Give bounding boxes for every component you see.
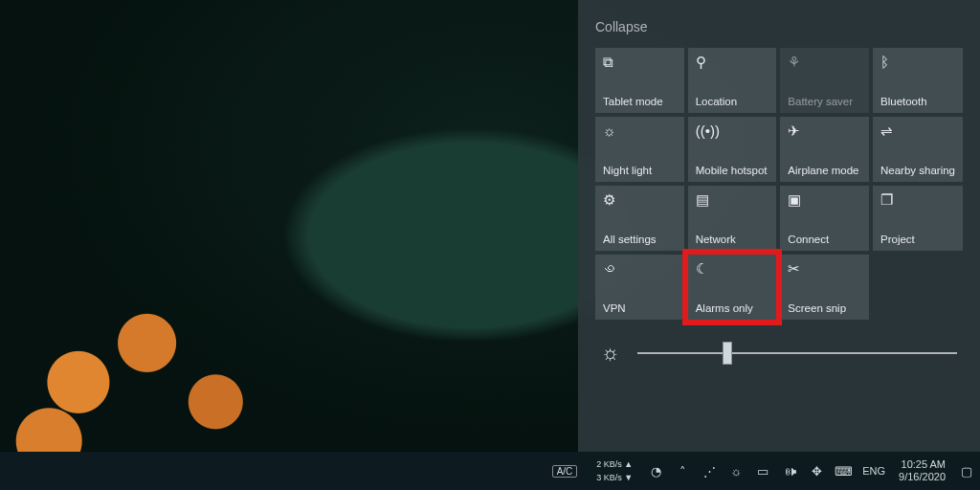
night-light-icon: ☼ — [603, 122, 677, 140]
action-center-icon[interactable]: ▢ — [959, 463, 974, 479]
taskbar: A/C 2 KB/s ▲ 3 KB/s ▼ ◔ ˄ ⋰ ☼ ▭ 🕪 ✥ ⌨ EN… — [0, 452, 980, 490]
tile-label: Bluetooth — [880, 96, 955, 107]
tile-battery-saver: ⚘Battery saver — [780, 48, 869, 113]
tile-network[interactable]: ▤Network — [688, 186, 777, 251]
tile-label: Tablet mode — [603, 96, 677, 107]
tile-bluetooth[interactable]: ᛒBluetooth — [873, 48, 963, 113]
audio-icon[interactable]: 🕪 — [782, 463, 797, 479]
battery-saver-icon: ⚘ — [788, 54, 861, 71]
screen-snip-icon: ✂ — [788, 260, 861, 278]
power-icon[interactable]: ▭ — [755, 463, 770, 479]
bluetooth-icon: ᛒ — [880, 54, 955, 71]
tile-vpn[interactable]: ꩜VPN — [595, 255, 684, 320]
settings-icon: ⚙ — [603, 191, 677, 209]
brightness-icon: ☼ — [601, 341, 620, 366]
brightness-row: ☼ — [595, 341, 963, 366]
tile-night-light[interactable]: ☼Night light — [595, 117, 684, 182]
clock-time: 10:25 AM — [902, 458, 946, 471]
tile-label: Battery saver — [788, 96, 861, 107]
tile-label: Screen snip — [788, 302, 861, 314]
vpn-icon: ꩜ — [603, 260, 677, 278]
network-icon: ▤ — [696, 191, 769, 209]
wifi-icon[interactable]: ⋰ — [702, 463, 717, 479]
net-upload-label: 2 KB/s ▲ — [596, 459, 633, 469]
tile-screen-snip[interactable]: ✂Screen snip — [780, 255, 869, 320]
ac-status-badge: A/C — [552, 465, 578, 478]
brightness-slider-thumb[interactable] — [723, 342, 732, 365]
connect-icon: ▣ — [788, 191, 861, 209]
mobile-hotspot-icon: ((•)) — [696, 122, 769, 140]
nearby-sharing-icon: ⇌ — [880, 122, 955, 140]
brightness-tray-icon[interactable]: ☼ — [728, 463, 744, 479]
airplane-mode-icon: ✈ — [788, 122, 861, 140]
tile-label: All settings — [603, 234, 677, 245]
tile-connect[interactable]: ▣Connect — [780, 186, 869, 251]
action-center-panel: Collapse ⧉Tablet mode⚲Location⚘Battery s… — [578, 0, 980, 452]
data-usage-icon[interactable]: ◔ — [648, 463, 663, 479]
tile-label: Airplane mode — [788, 165, 861, 176]
project-icon: ❐ — [880, 191, 955, 209]
tablet-mode-icon: ⧉ — [603, 54, 677, 71]
tile-label: Night light — [603, 165, 677, 176]
tile-label: Connect — [788, 234, 861, 245]
dropbox-icon[interactable]: ✥ — [809, 463, 824, 479]
tile-label: Project — [880, 234, 955, 245]
collapse-button[interactable]: Collapse — [595, 19, 963, 34]
tile-label: Nearby sharing — [880, 165, 955, 176]
tile-location[interactable]: ⚲Location — [688, 48, 777, 113]
clock-widget[interactable]: 10:25 AM 9/16/2020 — [891, 458, 953, 483]
tile-mobile-hotspot[interactable]: ((•))Mobile hotspot — [688, 117, 777, 182]
location-icon: ⚲ — [696, 54, 769, 71]
tile-airplane-mode[interactable]: ✈Airplane mode — [780, 117, 869, 182]
network-speed-widget[interactable]: 2 KB/s ▲ 3 KB/s ▼ — [590, 458, 638, 483]
quick-actions-grid: ⧉Tablet mode⚲Location⚘Battery saverᛒBlue… — [595, 48, 963, 320]
tile-label: Location — [696, 96, 769, 107]
tray-expand-icon[interactable]: ˄ — [675, 463, 690, 479]
net-download-label: 3 KB/s ▼ — [596, 473, 633, 482]
clock-date: 9/16/2020 — [899, 471, 946, 483]
focus-assist-icon: ☾ — [696, 260, 769, 278]
tile-tablet-mode[interactable]: ⧉Tablet mode — [595, 48, 684, 113]
tile-label: Network — [696, 234, 769, 245]
tile-label: Alarms only — [696, 302, 769, 314]
tile-label: VPN — [603, 302, 677, 314]
language-indicator[interactable]: ENG — [857, 458, 891, 483]
tile-project[interactable]: ❐Project — [873, 186, 963, 251]
tile-alarms-only[interactable]: ☾Alarms only — [688, 255, 777, 320]
tile-all-settings[interactable]: ⚙All settings — [595, 186, 684, 251]
brightness-slider[interactable] — [637, 352, 957, 354]
tile-label: Mobile hotspot — [696, 165, 769, 176]
tile-nearby-sharing[interactable]: ⇌Nearby sharing — [873, 117, 963, 182]
keyboard-icon[interactable]: ⌨ — [835, 463, 851, 479]
